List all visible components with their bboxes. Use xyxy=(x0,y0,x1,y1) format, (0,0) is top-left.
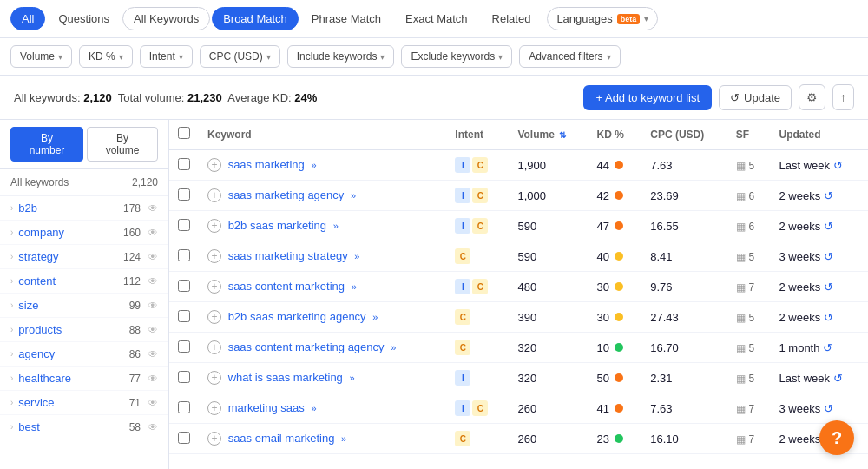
volume-filter[interactable]: Volume ▾ xyxy=(10,45,72,68)
expand-icon[interactable]: » xyxy=(372,312,378,322)
add-keyword-icon[interactable]: + xyxy=(207,249,221,263)
eye-icon[interactable]: 👁 xyxy=(148,202,158,215)
cpc-filter[interactable]: CPC (USD) ▾ xyxy=(200,45,280,68)
keyword-link[interactable]: b2b saas marketing agency xyxy=(228,310,366,323)
row-checkbox[interactable] xyxy=(178,158,190,170)
by-volume-button[interactable]: By volume xyxy=(87,127,158,162)
sidebar-item[interactable]: › agency 86 👁 xyxy=(0,342,168,367)
row-checkbox[interactable] xyxy=(178,310,190,322)
refresh-row-icon[interactable]: ↺ xyxy=(823,341,832,354)
expand-icon[interactable]: » xyxy=(391,342,396,353)
eye-icon[interactable]: 👁 xyxy=(148,348,158,360)
add-keyword-icon[interactable]: + xyxy=(207,371,221,385)
tab-related[interactable]: Related xyxy=(481,7,542,30)
tab-all[interactable]: All xyxy=(10,7,45,30)
sidebar-item[interactable]: › products 88 👁 xyxy=(0,318,168,342)
intent-filter[interactable]: Intent ▾ xyxy=(140,45,193,68)
serp-icon[interactable]: ▦ xyxy=(736,251,746,263)
keyword-link[interactable]: saas marketing strategy xyxy=(228,249,348,262)
serp-icon[interactable]: ▦ xyxy=(736,190,746,202)
volume-column-header[interactable]: Volume ⇅ xyxy=(509,120,588,149)
sidebar-item[interactable]: › company 160 👁 xyxy=(0,221,168,245)
refresh-row-icon[interactable]: ↺ xyxy=(833,372,843,385)
row-checkbox[interactable] xyxy=(178,188,190,201)
serp-icon[interactable]: ▦ xyxy=(736,281,746,294)
sidebar-item[interactable]: › size 99 👁 xyxy=(0,294,168,318)
update-button[interactable]: ↺ Update xyxy=(719,85,792,110)
row-checkbox[interactable] xyxy=(178,280,190,292)
tab-all-keywords[interactable]: All Keywords xyxy=(122,7,210,30)
tab-questions[interactable]: Questions xyxy=(47,7,121,30)
sidebar-item[interactable]: › strategy 124 👁 xyxy=(0,245,168,269)
refresh-row-icon[interactable]: ↺ xyxy=(824,250,833,263)
row-checkbox[interactable] xyxy=(178,371,190,383)
row-checkbox[interactable] xyxy=(178,249,190,261)
sidebar-item[interactable]: › healthcare 77 👁 xyxy=(0,367,168,391)
eye-icon[interactable]: 👁 xyxy=(148,397,158,409)
add-keyword-icon[interactable]: + xyxy=(207,310,221,324)
refresh-row-icon[interactable]: ↺ xyxy=(833,159,843,172)
add-keyword-icon[interactable]: + xyxy=(207,219,221,233)
add-keyword-icon[interactable]: + xyxy=(207,280,221,294)
sidebar-item[interactable]: › b2b 178 👁 xyxy=(0,196,168,221)
keyword-link[interactable]: saas content marketing agency xyxy=(228,340,385,353)
keyword-link[interactable]: marketing saas xyxy=(228,401,305,414)
refresh-row-icon[interactable]: ↺ xyxy=(824,311,833,324)
keyword-link[interactable]: what is saas marketing xyxy=(228,371,343,384)
eye-icon[interactable]: 👁 xyxy=(148,324,158,336)
refresh-row-icon[interactable]: ↺ xyxy=(824,281,833,294)
kd-filter[interactable]: KD % ▾ xyxy=(79,45,133,68)
serp-icon[interactable]: ▦ xyxy=(736,373,746,385)
tab-broad-match[interactable]: Broad Match xyxy=(212,7,299,30)
keyword-link[interactable]: saas email marketing xyxy=(228,432,335,445)
refresh-row-icon[interactable]: ↺ xyxy=(824,220,833,233)
row-checkbox[interactable] xyxy=(178,401,190,413)
add-keyword-icon[interactable]: + xyxy=(207,432,221,446)
add-keyword-icon[interactable]: + xyxy=(207,340,221,354)
row-checkbox[interactable] xyxy=(178,432,190,444)
by-number-button[interactable]: By number xyxy=(10,127,83,162)
eye-icon[interactable]: 👁 xyxy=(148,275,158,287)
keyword-link[interactable]: saas marketing xyxy=(228,158,305,171)
eye-icon[interactable]: 👁 xyxy=(148,251,158,263)
tab-exact-match[interactable]: Exact Match xyxy=(394,7,479,30)
serp-icon[interactable]: ▦ xyxy=(736,312,746,324)
sidebar-item[interactable]: › content 112 👁 xyxy=(0,269,168,294)
row-checkbox[interactable] xyxy=(178,340,190,353)
serp-icon[interactable]: ▦ xyxy=(736,433,746,446)
eye-icon[interactable]: 👁 xyxy=(148,373,158,385)
row-checkbox[interactable] xyxy=(178,219,190,231)
expand-icon[interactable]: » xyxy=(354,251,359,261)
expand-icon[interactable]: » xyxy=(352,281,357,292)
tab-phrase-match[interactable]: Phrase Match xyxy=(300,7,392,30)
expand-icon[interactable]: » xyxy=(351,190,356,201)
advanced-filters-filter[interactable]: Advanced filters ▾ xyxy=(519,45,620,68)
select-all-checkbox[interactable] xyxy=(178,127,190,139)
settings-button[interactable]: ⚙ xyxy=(799,84,825,110)
serp-icon[interactable]: ▦ xyxy=(736,160,746,172)
sidebar-item[interactable]: › best 58 👁 xyxy=(0,415,168,439)
add-keyword-icon[interactable]: + xyxy=(207,158,221,172)
keyword-link[interactable]: b2b saas marketing xyxy=(228,219,326,232)
expand-icon[interactable]: » xyxy=(333,221,339,231)
refresh-row-icon[interactable]: ↺ xyxy=(824,402,833,415)
serp-icon[interactable]: ▦ xyxy=(736,342,746,354)
keyword-link[interactable]: saas marketing agency xyxy=(228,188,345,201)
keyword-link[interactable]: saas content marketing xyxy=(228,280,345,293)
expand-icon[interactable]: » xyxy=(349,373,354,383)
add-keyword-icon[interactable]: + xyxy=(207,401,221,415)
add-keyword-icon[interactable]: + xyxy=(207,188,221,202)
languages-dropdown[interactable]: Languages beta ▾ xyxy=(547,7,658,30)
expand-icon[interactable]: » xyxy=(311,403,316,413)
sidebar-item[interactable]: › service 71 👁 xyxy=(0,391,168,415)
add-to-keyword-list-button[interactable]: + Add to keyword list xyxy=(583,85,712,110)
serp-icon[interactable]: ▦ xyxy=(736,403,746,415)
expand-icon[interactable]: » xyxy=(311,160,316,170)
eye-icon[interactable]: 👁 xyxy=(148,421,158,433)
help-button[interactable]: ? xyxy=(819,420,854,455)
expand-icon[interactable]: » xyxy=(341,433,346,444)
exclude-keywords-filter[interactable]: Exclude keywords ▾ xyxy=(401,45,512,68)
export-button[interactable]: ↑ xyxy=(832,84,854,110)
serp-icon[interactable]: ▦ xyxy=(736,221,746,233)
refresh-row-icon[interactable]: ↺ xyxy=(824,189,833,202)
